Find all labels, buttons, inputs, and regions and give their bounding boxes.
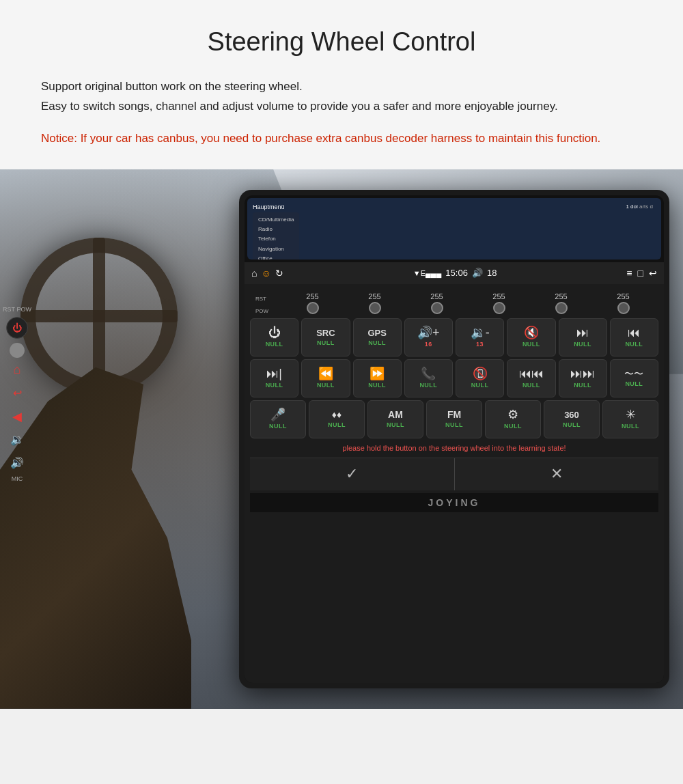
menu-icon-btn: ♦♦ <box>332 410 342 419</box>
call-answer-icon: 📞 <box>421 367 436 380</box>
slider-val-1: 255 <box>306 292 318 300</box>
btn-menu[interactable]: ♦♦ NULL <box>309 400 365 438</box>
slider-thumb-3[interactable] <box>431 302 443 314</box>
slider-thumb-6[interactable] <box>617 302 630 314</box>
am-icon: AM <box>388 410 403 419</box>
slider-2: 255 <box>345 292 404 314</box>
volume-value: 18 <box>487 268 497 278</box>
slider-thumb-4[interactable] <box>493 302 505 314</box>
rst-pow-text: RST POW <box>255 296 268 314</box>
btn-skip-fwd-label: NULL <box>574 382 591 389</box>
btn-bluetooth[interactable]: ✳ NULL <box>602 400 658 438</box>
skip-back-icon: ⏮⏮ <box>519 367 544 380</box>
mic-label: MIC <box>12 475 23 482</box>
vol-up-left[interactable]: 🔊 <box>6 452 28 474</box>
btn-skip-fwd[interactable]: ⏭⏭ NULL <box>559 359 607 397</box>
slider-thumb-5[interactable] <box>555 302 568 314</box>
src-icon: SRC <box>316 328 335 337</box>
vol-down-left[interactable]: 🔉 <box>6 429 28 451</box>
btn-next[interactable]: ⏭ NULL <box>559 318 607 356</box>
btn-mute[interactable]: 🔇 NULL <box>507 318 555 356</box>
mic-icon: 🎤 <box>270 408 285 421</box>
slider-thumb-1[interactable] <box>307 302 319 314</box>
ff-icon: ⏭| <box>266 367 282 380</box>
sliders-area: RST POW 255 255 255 <box>250 288 658 316</box>
back-button-left[interactable]: ↩ <box>6 382 28 404</box>
prev-button-left[interactable]: ◀ <box>6 406 28 428</box>
btn-fw[interactable]: ⏩ NULL <box>353 359 402 397</box>
knob-button[interactable] <box>10 343 25 358</box>
status-center: ▼E▄▄▄ 15:06 🔊 18 <box>413 268 497 278</box>
prev-icon: ⏮ <box>628 326 640 339</box>
btn-call-end-label: NULL <box>471 382 489 389</box>
power-icon: ⏻ <box>268 326 281 339</box>
slider-4: 255 <box>469 292 529 314</box>
skip-fwd-icon: ⏭⏭ <box>570 367 595 380</box>
btn-ff[interactable]: ⏭| NULL <box>250 359 298 397</box>
btn-bluetooth-label: NULL <box>622 423 639 430</box>
mute-icon: 🔇 <box>524 326 539 339</box>
mini-menu: CD/Multimedia Radio Telefon Navigation O… <box>253 212 299 260</box>
button-row-2: ⏭| NULL ⏪ NULL ⏩ NULL 📞 <box>250 359 658 397</box>
status-message: please hold the button on the steering w… <box>250 441 658 455</box>
sync-icon-status: ↻ <box>275 268 283 279</box>
page-title: Steering Wheel Control <box>41 27 642 57</box>
fm-icon: FM <box>447 410 461 419</box>
btn-settings[interactable]: ⚙ NULL <box>485 400 541 438</box>
power-icon-left: ⏻ <box>12 322 22 333</box>
btn-call-end[interactable]: 📵 NULL <box>456 359 504 397</box>
btn-fw-label: NULL <box>368 382 386 389</box>
radio-screen: Hauptmenü CD/Multimedia Radio Telefon Na… <box>245 195 664 683</box>
next-icon: ⏭ <box>576 326 589 339</box>
btn-power-label: NULL <box>266 341 283 348</box>
360-icon: 360 <box>564 410 579 419</box>
btn-mute-label: NULL <box>522 341 540 348</box>
eq-icon: 〜〜 <box>624 369 643 378</box>
btn-360[interactable]: 360 NULL <box>544 400 600 438</box>
mini-screen-title: Hauptmenü <box>253 204 299 210</box>
btn-call-answer-label: NULL <box>419 382 437 389</box>
btn-rw[interactable]: ⏪ NULL <box>301 359 350 397</box>
button-row-1: ⏻ NULL SRC NULL GPS NULL 🔊+ <box>250 318 658 356</box>
btn-eq[interactable]: 〜〜 NULL <box>610 359 658 397</box>
btn-prev[interactable]: ⏮ NULL <box>610 318 658 356</box>
btn-power[interactable]: ⏻ NULL <box>250 318 298 356</box>
status-left: ⌂ ☺ ↻ <box>251 268 283 279</box>
btn-ff-label: NULL <box>266 382 283 389</box>
back-icon-status[interactable]: ↩ <box>649 268 657 279</box>
btn-fm[interactable]: FM NULL <box>426 400 482 438</box>
btn-vol-down[interactable]: 🔉- 13 <box>456 318 504 356</box>
rst-pow-label: RST POW <box>3 306 31 313</box>
home-icon-status: ⌂ <box>251 268 257 279</box>
btn-fm-label: NULL <box>445 421 463 428</box>
recent-apps-icon[interactable]: □ <box>638 268 643 279</box>
btn-mic[interactable]: 🎤 NULL <box>250 400 306 438</box>
cancel-button[interactable]: ✕ <box>455 458 659 490</box>
btn-am[interactable]: AM NULL <box>367 400 423 438</box>
mini-screen-preview: Hauptmenü CD/Multimedia Radio Telefon Na… <box>247 198 661 260</box>
btn-skip-back[interactable]: ⏮⏮ NULL <box>507 359 555 397</box>
slider-thumb-2[interactable] <box>369 302 381 314</box>
slider-3: 255 <box>407 292 466 314</box>
btn-gps[interactable]: GPS NULL <box>353 318 402 356</box>
rw-icon: ⏪ <box>318 367 333 380</box>
notice-text: Notice: If your car has canbus, you need… <box>41 129 642 149</box>
confirm-button[interactable]: ✓ <box>250 458 455 490</box>
home-button-left[interactable]: ⌂ <box>6 359 28 381</box>
gps-icon: GPS <box>367 328 386 337</box>
menu-icon-status[interactable]: ≡ <box>626 268 632 279</box>
btn-src[interactable]: SRC NULL <box>301 318 350 356</box>
vol-up-icon: 🔊+ <box>417 326 440 339</box>
app-icon-status: ☺ <box>261 268 270 279</box>
vol-down-icon: 🔉- <box>471 326 490 339</box>
power-button-left[interactable]: ⏻ <box>6 317 28 339</box>
slider-val-4: 255 <box>492 292 505 300</box>
btn-call-answer[interactable]: 📞 NULL <box>404 359 453 397</box>
bluetooth-icon: ✳ <box>626 408 636 421</box>
top-section: Steering Wheel Control Support original … <box>0 0 683 169</box>
status-right: ≡ □ ↩ <box>626 268 657 279</box>
btn-settings-label: NULL <box>504 423 522 430</box>
btn-vol-up[interactable]: 🔊+ 16 <box>404 318 453 356</box>
volume-icon: 🔊 <box>472 268 483 278</box>
btn-eq-label: NULL <box>625 380 643 387</box>
